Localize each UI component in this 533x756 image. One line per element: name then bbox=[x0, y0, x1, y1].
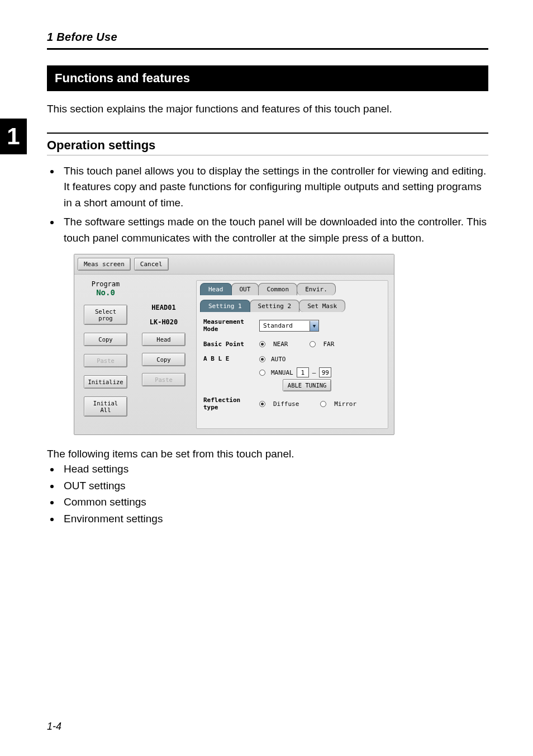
able-range-dash: – bbox=[312, 369, 316, 376]
measurement-mode-select[interactable]: Standard ▼ bbox=[259, 320, 319, 332]
operation-settings-bullets: This touch panel allows you to display t… bbox=[60, 163, 488, 247]
select-program-button[interactable]: Select prog bbox=[84, 305, 127, 325]
able-auto-radio[interactable] bbox=[259, 356, 265, 362]
tab-head[interactable]: Head bbox=[200, 283, 232, 295]
tab-common[interactable]: Common bbox=[258, 283, 297, 295]
tab-cancel[interactable]: Cancel bbox=[134, 258, 169, 271]
tab-meas-screen[interactable]: Meas screen bbox=[78, 258, 131, 271]
tab-setting1[interactable]: Setting 1 bbox=[200, 300, 250, 312]
chapter-header: 1 Before Use bbox=[47, 31, 488, 44]
section-title: Functions and features bbox=[47, 65, 488, 91]
settable-items-list: Head settings OUT settings Common settin… bbox=[60, 461, 488, 526]
row-reflection-type: Reflection type Diffuse Mirror bbox=[203, 397, 382, 411]
bullet-1: This touch panel allows you to display t… bbox=[60, 163, 488, 211]
post-screenshot-text: The following items can be set from this… bbox=[47, 446, 488, 462]
program-copy-button[interactable]: Copy bbox=[84, 333, 127, 346]
head-id-label: HEAD01 bbox=[151, 304, 175, 311]
head-copy-button[interactable]: Copy bbox=[142, 353, 185, 366]
reflection-diffuse-radio[interactable] bbox=[259, 401, 265, 407]
basic-point-far-label: FAR bbox=[323, 341, 335, 348]
initial-all-button[interactable]: Initial All bbox=[84, 396, 127, 417]
head-paste-button[interactable]: Paste bbox=[142, 373, 185, 386]
able-label: A B L E bbox=[203, 356, 254, 363]
page-number: 1-4 bbox=[47, 721, 61, 733]
initialize-button[interactable]: Initialize bbox=[84, 375, 127, 389]
subsection-rule-top bbox=[47, 133, 488, 134]
program-number: No.0 bbox=[92, 288, 120, 297]
head-select-button[interactable]: Head bbox=[142, 333, 185, 346]
settings-screenshot: Meas screen Cancel Program No.0 Select p… bbox=[74, 254, 394, 435]
tab-set-mask[interactable]: Set Mask bbox=[299, 300, 345, 312]
head-model-label: LK-H020 bbox=[150, 318, 178, 326]
screenshot-left-column: Program No.0 Select prog Copy Paste Init… bbox=[80, 280, 131, 417]
able-manual-radio[interactable] bbox=[259, 370, 265, 376]
able-auto-label: AUTO bbox=[271, 356, 286, 363]
upper-tab-row: Head OUT Common Envir. bbox=[197, 281, 388, 295]
lower-tab-row: Setting 1 Setting 2 Set Mask bbox=[197, 295, 388, 312]
subsection-rule-bottom bbox=[47, 155, 488, 155]
chapter-header-rule bbox=[47, 48, 488, 50]
item-out-settings: OUT settings bbox=[60, 478, 488, 494]
basic-point-far-radio[interactable] bbox=[310, 341, 316, 347]
row-basic-point: Basic Point NEAR FAR bbox=[203, 341, 382, 348]
program-label: Program bbox=[92, 280, 120, 288]
program-paste-button[interactable]: Paste bbox=[84, 354, 127, 367]
tab-out[interactable]: OUT bbox=[231, 283, 259, 295]
bullet-2: The software settings made on the touch … bbox=[60, 214, 488, 246]
screenshot-top-tabs: Meas screen Cancel bbox=[74, 254, 394, 275]
item-head-settings: Head settings bbox=[60, 461, 488, 477]
subsection-title: Operation settings bbox=[47, 138, 488, 153]
able-tuning-button[interactable]: ABLE TUNING bbox=[283, 379, 332, 391]
basic-point-near-radio[interactable] bbox=[259, 341, 265, 347]
reflection-diffuse-label: Diffuse bbox=[273, 400, 299, 408]
tab-setting2[interactable]: Setting 2 bbox=[250, 300, 300, 312]
chapter-tab-badge: 1 bbox=[0, 119, 27, 154]
reflection-mirror-radio[interactable] bbox=[320, 401, 326, 407]
able-manual-label: MANUAL bbox=[271, 369, 293, 376]
section-intro: This section explains the major function… bbox=[47, 101, 488, 117]
measurement-mode-label: Measurement Mode bbox=[203, 319, 254, 333]
reflection-type-label: Reflection type bbox=[203, 397, 254, 411]
tab-environment[interactable]: Envir. bbox=[297, 283, 336, 295]
basic-point-label: Basic Point bbox=[203, 341, 254, 348]
row-able: A B L E AUTO MANUAL 1 – 99 bbox=[203, 356, 382, 389]
reflection-mirror-label: Mirror bbox=[334, 400, 356, 408]
able-manual-from-input[interactable]: 1 bbox=[297, 367, 309, 377]
program-indicator: Program No.0 bbox=[92, 280, 120, 297]
able-manual-to-input[interactable]: 99 bbox=[319, 367, 331, 377]
item-environment-settings: Environment settings bbox=[60, 511, 488, 527]
basic-point-near-label: NEAR bbox=[273, 341, 288, 348]
item-common-settings: Common settings bbox=[60, 494, 488, 510]
screenshot-mid-column: HEAD01 LK-H020 Head Copy Paste bbox=[136, 280, 192, 386]
row-measurement-mode: Measurement Mode Standard ▼ bbox=[203, 319, 382, 333]
chevron-down-icon: ▼ bbox=[310, 321, 318, 331]
measurement-mode-value: Standard bbox=[260, 320, 310, 331]
screenshot-right-panel: Head OUT Common Envir. Setting 1 Setting… bbox=[196, 280, 388, 429]
